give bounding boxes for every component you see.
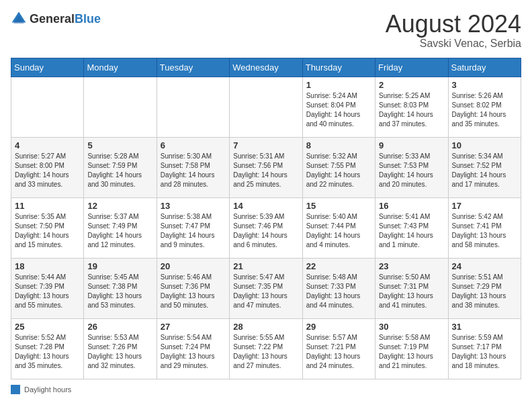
calendar-cell: 2Sunrise: 5:25 AMSunset: 8:03 PMDaylight…	[375, 77, 448, 137]
logo-icon	[11, 11, 27, 27]
calendar-cell: 28Sunrise: 5:55 AMSunset: 7:22 PMDayligh…	[230, 318, 302, 379]
day-info: Sunrise: 5:32 AMSunset: 7:55 PMDaylight:…	[306, 152, 371, 189]
daylight-color-indicator	[11, 385, 20, 394]
day-info: Sunrise: 5:48 AMSunset: 7:33 PMDaylight:…	[306, 273, 371, 310]
day-info: Sunrise: 5:24 AMSunset: 8:04 PMDaylight:…	[306, 91, 371, 129]
day-number: 9	[379, 140, 444, 150]
calendar-table: SundayMondayTuesdayWednesdayThursdayFrid…	[11, 58, 521, 379]
day-info: Sunrise: 5:34 AMSunset: 7:52 PMDaylight:…	[452, 152, 517, 189]
day-number: 10	[452, 140, 517, 150]
day-number: 28	[233, 322, 298, 332]
title-area: August 2024 Savski Venac, Serbia	[386, 11, 521, 50]
day-info: Sunrise: 5:53 AMSunset: 7:26 PMDaylight:…	[87, 333, 152, 371]
day-number: 19	[87, 261, 152, 271]
calendar-cell: 12Sunrise: 5:37 AMSunset: 7:49 PMDayligh…	[84, 197, 157, 258]
day-info: Sunrise: 5:58 AMSunset: 7:19 PMDaylight:…	[379, 333, 444, 371]
calendar-cell	[84, 77, 157, 137]
day-number: 18	[15, 261, 80, 271]
col-header-wednesday: Wednesday	[230, 58, 302, 77]
day-info: Sunrise: 5:28 AMSunset: 7:59 PMDaylight:…	[87, 152, 152, 189]
calendar-cell: 5Sunrise: 5:28 AMSunset: 7:59 PMDaylight…	[84, 137, 157, 197]
day-number: 8	[306, 140, 371, 150]
day-info: Sunrise: 5:55 AMSunset: 7:22 PMDaylight:…	[233, 333, 298, 371]
calendar-cell: 31Sunrise: 5:59 AMSunset: 7:17 PMDayligh…	[448, 318, 521, 379]
logo-text-blue: Blue	[75, 12, 101, 26]
calendar-cell: 25Sunrise: 5:52 AMSunset: 7:28 PMDayligh…	[11, 318, 84, 379]
logo-text-general: General	[30, 12, 75, 26]
day-number: 15	[306, 201, 371, 211]
day-info: Sunrise: 5:59 AMSunset: 7:17 PMDaylight:…	[452, 333, 517, 371]
day-number: 6	[161, 140, 226, 150]
day-number: 20	[161, 261, 226, 271]
calendar-cell: 3Sunrise: 5:26 AMSunset: 8:02 PMDaylight…	[448, 77, 521, 137]
calendar-cell: 24Sunrise: 5:51 AMSunset: 7:29 PMDayligh…	[448, 258, 521, 318]
col-header-thursday: Thursday	[302, 58, 375, 77]
calendar-cell: 17Sunrise: 5:42 AMSunset: 7:41 PMDayligh…	[448, 197, 521, 258]
calendar-cell: 8Sunrise: 5:32 AMSunset: 7:55 PMDaylight…	[302, 137, 375, 197]
day-number: 21	[233, 261, 298, 271]
calendar-cell: 7Sunrise: 5:31 AMSunset: 7:56 PMDaylight…	[230, 137, 302, 197]
day-info: Sunrise: 5:52 AMSunset: 7:28 PMDaylight:…	[15, 333, 80, 371]
calendar-cell: 20Sunrise: 5:46 AMSunset: 7:36 PMDayligh…	[157, 258, 229, 318]
calendar-cell	[11, 77, 84, 137]
day-info: Sunrise: 5:44 AMSunset: 7:39 PMDaylight:…	[15, 273, 80, 310]
day-number: 24	[452, 261, 517, 271]
day-number: 1	[306, 80, 371, 90]
day-info: Sunrise: 5:33 AMSunset: 7:53 PMDaylight:…	[379, 152, 444, 189]
day-info: Sunrise: 5:25 AMSunset: 8:03 PMDaylight:…	[379, 91, 444, 129]
calendar-cell: 9Sunrise: 5:33 AMSunset: 7:53 PMDaylight…	[375, 137, 448, 197]
day-number: 22	[306, 261, 371, 271]
calendar-cell: 4Sunrise: 5:27 AMSunset: 8:00 PMDaylight…	[11, 137, 84, 197]
calendar-cell: 18Sunrise: 5:44 AMSunset: 7:39 PMDayligh…	[11, 258, 84, 318]
calendar-cell: 30Sunrise: 5:58 AMSunset: 7:19 PMDayligh…	[375, 318, 448, 379]
day-number: 4	[15, 140, 80, 150]
day-info: Sunrise: 5:37 AMSunset: 7:49 PMDaylight:…	[87, 212, 152, 250]
month-year-title: August 2024	[386, 11, 521, 38]
col-header-monday: Monday	[84, 58, 157, 77]
col-header-sunday: Sunday	[11, 58, 84, 77]
calendar-cell: 1Sunrise: 5:24 AMSunset: 8:04 PMDaylight…	[302, 77, 375, 137]
calendar-cell: 13Sunrise: 5:38 AMSunset: 7:47 PMDayligh…	[157, 197, 229, 258]
calendar-week-row: 1Sunrise: 5:24 AMSunset: 8:04 PMDaylight…	[11, 77, 521, 137]
day-number: 17	[452, 201, 517, 211]
calendar-cell: 10Sunrise: 5:34 AMSunset: 7:52 PMDayligh…	[448, 137, 521, 197]
day-number: 29	[306, 322, 371, 332]
day-number: 5	[87, 140, 152, 150]
day-info: Sunrise: 5:39 AMSunset: 7:46 PMDaylight:…	[233, 212, 298, 250]
day-number: 11	[15, 201, 80, 211]
day-info: Sunrise: 5:27 AMSunset: 8:00 PMDaylight:…	[15, 152, 80, 189]
day-number: 30	[379, 322, 444, 332]
day-number: 13	[161, 201, 226, 211]
calendar-cell: 19Sunrise: 5:45 AMSunset: 7:38 PMDayligh…	[84, 258, 157, 318]
calendar-cell: 6Sunrise: 5:30 AMSunset: 7:58 PMDaylight…	[157, 137, 229, 197]
location-subtitle: Savski Venac, Serbia	[386, 38, 521, 50]
day-info: Sunrise: 5:31 AMSunset: 7:56 PMDaylight:…	[233, 152, 298, 189]
day-info: Sunrise: 5:45 AMSunset: 7:38 PMDaylight:…	[87, 273, 152, 310]
day-info: Sunrise: 5:50 AMSunset: 7:31 PMDaylight:…	[379, 273, 444, 310]
day-number: 25	[15, 322, 80, 332]
footer-area: Daylight hours	[11, 385, 521, 394]
day-info: Sunrise: 5:51 AMSunset: 7:29 PMDaylight:…	[452, 273, 517, 310]
day-number: 2	[379, 80, 444, 90]
day-number: 16	[379, 201, 444, 211]
calendar-cell: 23Sunrise: 5:50 AMSunset: 7:31 PMDayligh…	[375, 258, 448, 318]
calendar-cell: 21Sunrise: 5:47 AMSunset: 7:35 PMDayligh…	[230, 258, 302, 318]
day-info: Sunrise: 5:40 AMSunset: 7:44 PMDaylight:…	[306, 212, 371, 250]
calendar-week-row: 25Sunrise: 5:52 AMSunset: 7:28 PMDayligh…	[11, 318, 521, 379]
col-header-saturday: Saturday	[448, 58, 521, 77]
day-info: Sunrise: 5:42 AMSunset: 7:41 PMDaylight:…	[452, 212, 517, 250]
calendar-cell: 11Sunrise: 5:35 AMSunset: 7:50 PMDayligh…	[11, 197, 84, 258]
calendar-cell: 22Sunrise: 5:48 AMSunset: 7:33 PMDayligh…	[302, 258, 375, 318]
day-info: Sunrise: 5:54 AMSunset: 7:24 PMDaylight:…	[161, 333, 226, 371]
calendar-header-row: SundayMondayTuesdayWednesdayThursdayFrid…	[11, 58, 521, 77]
day-number: 3	[452, 80, 517, 90]
day-number: 12	[87, 201, 152, 211]
col-header-friday: Friday	[375, 58, 448, 77]
day-info: Sunrise: 5:30 AMSunset: 7:58 PMDaylight:…	[161, 152, 226, 189]
calendar-cell	[157, 77, 229, 137]
header: GeneralBlue August 2024 Savski Venac, Se…	[11, 11, 521, 50]
day-info: Sunrise: 5:26 AMSunset: 8:02 PMDaylight:…	[452, 91, 517, 129]
calendar-week-row: 4Sunrise: 5:27 AMSunset: 8:00 PMDaylight…	[11, 137, 521, 197]
calendar-cell: 29Sunrise: 5:57 AMSunset: 7:21 PMDayligh…	[302, 318, 375, 379]
day-number: 14	[233, 201, 298, 211]
